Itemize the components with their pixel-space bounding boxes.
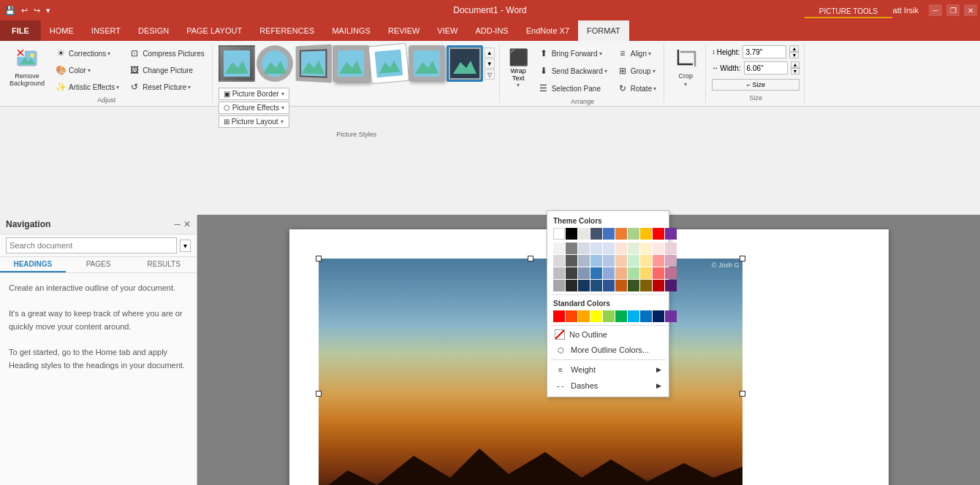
selection-pane-button[interactable]: ☰ Selection Pane	[534, 80, 610, 96]
corrections-button[interactable]: ☀ Corrections ▾	[51, 45, 122, 61]
document-image-container[interactable]: © Josh G	[319, 259, 742, 485]
bring-forward-icon: ⬆	[537, 47, 550, 60]
nav-tab-headings[interactable]: HEADINGS	[0, 257, 66, 272]
customize-qat-button[interactable]: ▾	[44, 5, 53, 16]
std-lt-green[interactable]	[603, 310, 615, 322]
rotate-label: Rotate	[631, 85, 652, 93]
gallery-scroll-down[interactable]: ▼	[485, 58, 495, 69]
theme-color-orange[interactable]	[615, 228, 627, 240]
std-red[interactable]	[566, 310, 577, 322]
tab-references[interactable]: REFERENCES	[251, 20, 323, 41]
theme-color-lt-gray[interactable]	[578, 228, 590, 240]
send-backward-button[interactable]: ⬇ Send Backward ▾	[534, 63, 610, 79]
style-6[interactable]	[409, 45, 445, 82]
tab-review[interactable]: REVIEW	[379, 20, 428, 41]
std-blue[interactable]	[640, 310, 652, 322]
tab-home[interactable]: HOME	[41, 20, 83, 41]
style-4[interactable]	[333, 45, 369, 82]
style-3[interactable]	[295, 45, 331, 83]
color-button[interactable]: 🎨 Color ▾	[51, 62, 122, 78]
bring-forward-button[interactable]: ⬆ Bring Forward ▾	[534, 45, 610, 61]
remove-background-button[interactable]: RemoveBackground	[6, 45, 48, 89]
wrap-text-button[interactable]: ⬛ WrapText ▾	[506, 45, 531, 91]
nav-pane-minimize-button[interactable]: ─	[174, 219, 181, 229]
style-2[interactable]	[257, 45, 293, 82]
tab-format[interactable]: FORMAT	[578, 20, 629, 41]
std-lt-blue[interactable]	[628, 310, 639, 322]
std-purple[interactable]	[665, 310, 677, 322]
artistic-effects-button[interactable]: ✨ Artistic Effects ▾	[51, 79, 122, 95]
change-picture-button[interactable]: 🖼 Change Picture	[125, 62, 207, 78]
ribbon-tabs-row: PICTURE TOOLS FILE HOME INSERT DESIGN PA…	[0, 20, 980, 41]
mountain-silhouette	[319, 434, 742, 485]
gallery-scroll-up[interactable]: ▲	[485, 47, 495, 58]
align-button[interactable]: ≡ Align ▾	[613, 45, 659, 61]
size-group-label: Size	[750, 93, 763, 102]
theme-color-yellow[interactable]	[640, 228, 652, 240]
theme-color-red[interactable]	[653, 228, 664, 240]
handle-top-left[interactable]	[316, 256, 322, 261]
more-colors-item[interactable]: ⬡ More Outline Colors...	[550, 342, 666, 358]
remove-background-label: RemoveBackground	[10, 72, 45, 87]
handle-top-right[interactable]	[740, 256, 745, 261]
tab-page-layout[interactable]: PAGE LAYOUT	[178, 20, 251, 41]
theme-color-green[interactable]	[628, 228, 639, 240]
height-input[interactable]	[742, 45, 786, 58]
shade-row-3	[553, 267, 663, 279]
crop-button[interactable]: Crop ▾	[670, 45, 701, 90]
std-yellow[interactable]	[590, 310, 602, 322]
wrap-text-arrow: ▾	[517, 82, 520, 88]
width-down-button[interactable]: ▼	[791, 68, 800, 75]
theme-color-navy[interactable]	[590, 228, 602, 240]
std-dark-blue[interactable]	[653, 310, 664, 322]
picture-border-icon: ▣	[224, 90, 230, 98]
no-outline-item[interactable]: No Outline	[550, 327, 666, 342]
width-input[interactable]	[744, 61, 788, 75]
theme-color-white[interactable]	[553, 228, 565, 240]
close-button[interactable]: ✕	[964, 4, 977, 16]
theme-color-blue[interactable]	[603, 228, 615, 240]
height-up-button[interactable]: ▲	[789, 45, 799, 52]
tab-mailings[interactable]: MAILINGS	[323, 20, 379, 41]
nav-search-input[interactable]	[6, 237, 177, 253]
size-dialog-button[interactable]: ⌐ Size	[712, 79, 799, 91]
handle-top-mid[interactable]	[528, 256, 533, 261]
gallery-expand[interactable]: ▽	[485, 69, 495, 80]
style-7[interactable]	[447, 45, 483, 82]
rotate-button[interactable]: ↻ Rotate ▾	[613, 80, 659, 96]
std-green[interactable]	[615, 310, 627, 322]
undo-qat-button[interactable]: ↩	[19, 5, 30, 16]
dashes-item[interactable]: - - Dashes ▶	[550, 378, 666, 394]
nav-search-row: ▾	[0, 234, 197, 257]
reset-picture-button[interactable]: ↺ Reset Picture ▾	[125, 79, 207, 95]
group-button[interactable]: ⊞ Group ▾	[613, 63, 659, 79]
handle-right-mid[interactable]	[740, 391, 745, 397]
theme-color-purple[interactable]	[665, 228, 677, 240]
tab-endnote[interactable]: EndNote X7	[517, 20, 578, 41]
picture-border-button[interactable]: ▣ Picture Border ▾	[219, 88, 289, 100]
save-qat-button[interactable]: 💾	[3, 5, 18, 16]
tab-add-ins[interactable]: ADD-INS	[466, 20, 517, 41]
tab-file[interactable]: FILE	[0, 20, 41, 41]
theme-color-black[interactable]	[566, 228, 577, 240]
compress-pictures-button[interactable]: ⊡ Compress Pictures	[125, 45, 207, 61]
width-up-button[interactable]: ▲	[791, 61, 800, 68]
weight-item[interactable]: ≡ Weight ▶	[550, 362, 666, 378]
tab-view[interactable]: VIEW	[428, 20, 466, 41]
std-dark-red[interactable]	[553, 310, 565, 322]
nav-pane-close-button[interactable]: ✕	[183, 219, 191, 229]
minimize-button[interactable]: ─	[929, 4, 942, 16]
handle-left-mid[interactable]	[316, 391, 322, 397]
nav-tab-pages[interactable]: PAGES	[66, 257, 132, 272]
height-down-button[interactable]: ▼	[789, 52, 799, 58]
std-orange[interactable]	[578, 310, 590, 322]
nav-tab-results[interactable]: RESULTS	[131, 257, 197, 272]
nav-search-button[interactable]: ▾	[180, 240, 191, 252]
restore-button[interactable]: ❐	[946, 4, 960, 16]
redo-qat-button[interactable]: ↪	[31, 5, 42, 16]
style-1[interactable]	[219, 45, 255, 82]
tab-design[interactable]: DESIGN	[129, 20, 178, 41]
document-image[interactable]: © Josh G	[319, 259, 742, 485]
style-5[interactable]	[369, 44, 409, 83]
tab-insert[interactable]: INSERT	[83, 20, 129, 41]
